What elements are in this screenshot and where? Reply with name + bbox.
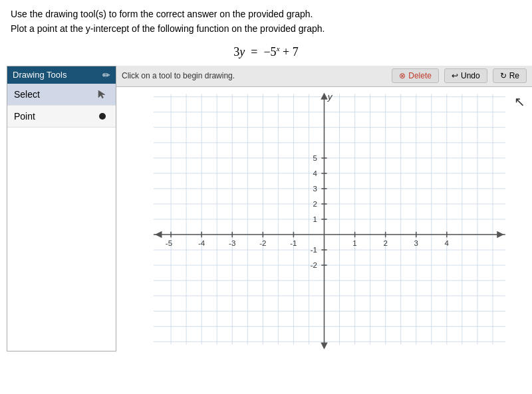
svg-text:4: 4 [313, 169, 318, 177]
point-tool-label: Point [14, 111, 35, 122]
svg-text:-2: -2 [259, 239, 266, 247]
svg-text:2: 2 [383, 239, 387, 247]
redo-button[interactable]: ↻ Re [493, 68, 527, 83]
redo-label: Re [509, 71, 519, 80]
instruction-line2: Plot a point at the y-intercept of the f… [11, 21, 521, 36]
svg-text:-1: -1 [290, 239, 297, 247]
equation-display: 3y = −5x + 7 [0, 45, 532, 59]
pencil-icon: ✏ [102, 70, 110, 80]
svg-text:5: 5 [313, 154, 317, 162]
toolbar-title: Drawing Tools [13, 70, 66, 80]
svg-text:1: 1 [313, 215, 317, 223]
delete-button[interactable]: ⊗ Delete [392, 68, 439, 83]
drawing-tools-panel: Drawing Tools ✏ Select Point [7, 66, 116, 351]
svg-text:-5: -5 [166, 239, 172, 247]
svg-text:3: 3 [414, 239, 418, 247]
graph-container[interactable]: Click on a tool to begin drawing. ⊗ Dele… [116, 66, 532, 351]
svg-text:2: 2 [313, 200, 317, 208]
graph-area[interactable]: y -5 -4 -3 -2 -1 1 [116, 87, 532, 351]
equation-text: 3y = −5x + 7 [233, 45, 298, 58]
cursor-icon [96, 88, 109, 101]
graph-svg: y -5 -4 -3 -2 -1 1 [116, 87, 532, 351]
delete-icon: ⊗ [399, 71, 406, 80]
select-tool-label: Select [14, 89, 40, 100]
svg-point-0 [99, 113, 106, 120]
svg-text:y: y [327, 92, 333, 102]
toolbar-header: Drawing Tools ✏ [7, 66, 116, 84]
undo-button[interactable]: ↩ Undo [444, 68, 487, 83]
undo-icon: ↩ [452, 71, 458, 80]
action-bar: Click on a tool to begin drawing. ⊗ Dele… [116, 66, 532, 87]
svg-text:-2: -2 [311, 261, 317, 269]
redo-icon: ↻ [500, 71, 507, 80]
svg-text:1: 1 [352, 239, 356, 247]
svg-text:-4: -4 [198, 239, 205, 247]
cursor-arrow-icon: ↖ [514, 94, 525, 110]
svg-text:-1: -1 [311, 246, 317, 254]
undo-label: Undo [461, 71, 480, 80]
instructions: Use the drawing tool(s) to form the corr… [0, 0, 532, 41]
instruction-line1: Use the drawing tool(s) to form the corr… [11, 7, 521, 21]
point-tool[interactable]: Point [7, 106, 116, 128]
svg-text:3: 3 [313, 185, 317, 193]
main-area: Drawing Tools ✏ Select Point Click on a … [0, 66, 532, 351]
select-tool[interactable]: Select [7, 84, 116, 106]
dot-icon [96, 110, 109, 123]
svg-text:-3: -3 [229, 239, 235, 247]
delete-label: Delete [408, 71, 432, 80]
svg-text:4: 4 [445, 239, 450, 247]
hint-text: Click on a tool to begin drawing. [122, 71, 386, 80]
